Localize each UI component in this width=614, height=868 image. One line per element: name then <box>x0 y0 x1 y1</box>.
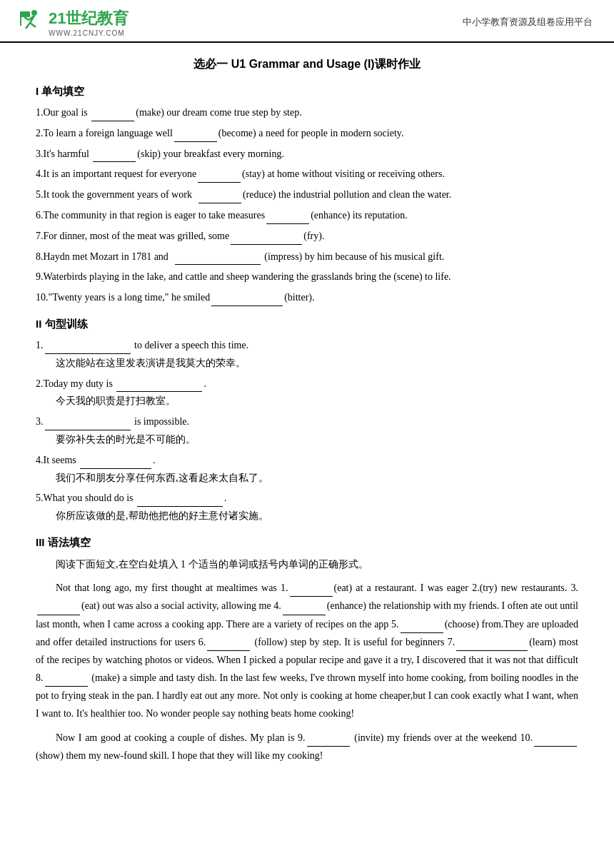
doc-title: 选必一 U1 Grammar and Usage (I)课时作业 <box>36 57 578 72</box>
q8: 8.Haydn met Mozart in 1781 and (impress)… <box>36 248 578 266</box>
s2-q5-chinese: 你所应该做的是,帮助他把他的好主意付诸实施。 <box>36 508 578 525</box>
s2-q2-chinese: 今天我的职责是打扫教室。 <box>36 393 578 410</box>
q1: 1.Our goal is (make) our dream come true… <box>36 104 578 121</box>
blank-2 <box>174 141 217 142</box>
blank-7 <box>231 244 302 245</box>
s2-blank-5 <box>137 506 223 507</box>
s3-blank-1 <box>290 596 333 597</box>
q6: 6.The community in that region is eager … <box>36 207 578 224</box>
logo-title: 21世纪教育 <box>49 8 129 29</box>
section1-title: I 单句填空 <box>36 85 578 99</box>
svg-rect-8 <box>20 11 21 26</box>
blank-10 <box>211 306 283 306</box>
main-content: 选必一 U1 Grammar and Usage (I)课时作业 I 单句填空 … <box>0 43 614 797</box>
s2-q4-chinese: 我们不和朋友分享任何东西,这看起来太自私了。 <box>36 470 578 487</box>
s2-blank-1 <box>45 353 131 354</box>
page: 21世纪教育 WWW.21CNJY.COM 中小学教育资源及组卷应用平台 选必一… <box>0 0 614 868</box>
blank-4 <box>198 182 241 183</box>
s2-q2: 2.Today my duty is . 今天我的职责是打扫教室。 <box>36 375 578 410</box>
header-right-text: 中小学教育资源及组卷应用平台 <box>463 16 593 29</box>
q9: 9.Waterbirds playing in the lake, and ca… <box>36 268 578 286</box>
logo-icon <box>14 7 44 37</box>
blank-1 <box>91 121 134 121</box>
svg-point-1 <box>31 10 37 16</box>
logo-subtitle: WWW.21CNJY.COM <box>49 29 129 37</box>
s2-q1-chinese: 这次能站在这里发表演讲是我莫大的荣幸。 <box>36 355 578 372</box>
section3-title: III 语法填空 <box>36 536 578 550</box>
s2-q4: 4.It seems . 我们不和朋友分享任何东西,这看起来太自私了。 <box>36 452 578 487</box>
section3-para2: Now I am good at cooking a couple of dis… <box>36 729 578 764</box>
blank-6 <box>266 223 309 224</box>
blank-5 <box>198 203 241 203</box>
s2-q3: 3. is impossible. 要弥补失去的时光是不可能的。 <box>36 413 578 448</box>
header: 21世纪教育 WWW.21CNJY.COM 中小学教育资源及组卷应用平台 <box>0 0 614 43</box>
s3-blank-6 <box>207 650 250 651</box>
s3-blank-9 <box>307 746 350 747</box>
s3-blank-8 <box>45 686 88 687</box>
q3: 3.It's harmful (skip) your breakfast eve… <box>36 146 578 163</box>
s3-blank-3 <box>37 615 80 615</box>
logo-area: 21世纪教育 WWW.21CNJY.COM <box>14 7 129 37</box>
section2-title: II 句型训练 <box>36 318 578 331</box>
svg-rect-7 <box>20 11 30 17</box>
q5: 5.It took the government years of work (… <box>36 186 578 203</box>
section2: II 句型训练 1. to deliver a speech this time… <box>36 318 578 525</box>
blank-3 <box>93 161 136 162</box>
section1: I 单句填空 1.Our goal is (make) our dream co… <box>36 85 578 306</box>
s2-q3-chinese: 要弥补失去的时光是不可能的。 <box>36 431 578 448</box>
section3: III 语法填空 阅读下面短文,在空白处填入 1 个适当的单词或括号内单词的正确… <box>36 536 578 764</box>
s2-q1: 1. to deliver a speech this time. 这次能站在这… <box>36 337 578 372</box>
s3-blank-4 <box>283 615 326 615</box>
q2: 2.To learn a foreign language well(becom… <box>36 125 578 142</box>
q10: 10."Twenty years is a long time," he smi… <box>36 289 578 306</box>
s3-blank-10 <box>534 746 577 747</box>
q7: 7.For dinner, most of the meat was grill… <box>36 228 578 245</box>
s2-blank-2 <box>116 391 202 392</box>
blank-8 <box>175 264 261 265</box>
section3-para1: Not that long ago, my first thought at m… <box>36 579 578 723</box>
s2-q5: 5.What you should do is . 你所应该做的是,帮助他把他的… <box>36 490 578 525</box>
s2-blank-4 <box>80 468 151 469</box>
s3-blank-5 <box>401 632 443 633</box>
logo-text-block: 21世纪教育 WWW.21CNJY.COM <box>49 8 129 37</box>
q4: 4.It is an important request for everyon… <box>36 166 578 183</box>
s2-blank-3 <box>45 430 131 430</box>
s3-blank-7 <box>456 650 528 651</box>
section3-instruction: 阅读下面短文,在空白处填入 1 个适当的单词或括号内单词的正确形式。 <box>36 555 578 573</box>
